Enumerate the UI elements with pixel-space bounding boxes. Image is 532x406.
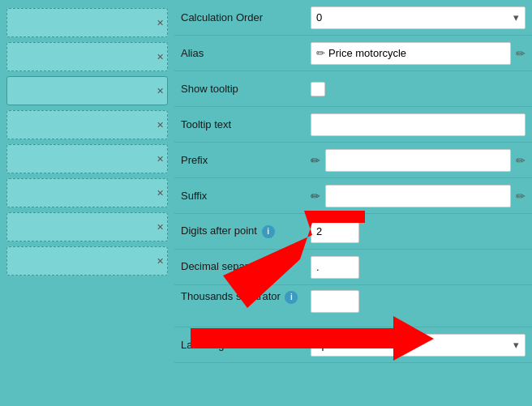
remove-item-button[interactable]: ✕ (157, 87, 164, 96)
list-item: ✕ (6, 76, 168, 105)
tooltip-text-control (311, 113, 526, 136)
right-panel: Calculation Order 0 ▾ Alias ✏ Price moto… (174, 0, 532, 363)
remove-item-button[interactable]: ✕ (157, 155, 164, 164)
list-item: ✕ (6, 178, 168, 207)
calculation-order-select[interactable]: 0 (311, 6, 526, 29)
calculation-order-control: 0 ▾ (311, 6, 526, 29)
remove-item-button[interactable]: ✕ (157, 189, 164, 198)
decimal-input[interactable] (311, 256, 359, 279)
info-icon[interactable]: i (271, 261, 284, 274)
thousands-label-text: Thousands separator i (181, 290, 311, 304)
prefix-input[interactable] (325, 149, 511, 172)
decimal-label-text: Decimal separator (181, 260, 267, 272)
digits-control (311, 220, 526, 243)
list-item: ✕ (6, 8, 168, 37)
info-icon[interactable]: i (285, 291, 298, 304)
thousands-row: Thousands separator i (174, 285, 532, 327)
label-tag-select[interactable]: span (311, 334, 526, 357)
alias-row: Alias ✏ Price motorcycle ✏ (174, 36, 532, 71)
tooltip-text-label: Tooltip text (181, 118, 311, 130)
list-item: ✕ (6, 212, 168, 241)
tooltip-text-row: Tooltip text (174, 107, 532, 143)
thousands-label: Thousands separator i (181, 290, 311, 304)
edit-icon[interactable]: ✏ (516, 47, 526, 60)
decimal-control (311, 256, 526, 279)
digits-input[interactable] (311, 220, 359, 243)
remove-item-button[interactable]: ✕ (157, 121, 164, 130)
list-item: ✕ (6, 110, 168, 139)
calculation-order-label: Calculation Order (181, 11, 311, 24)
show-tooltip-label: Show tooltip (181, 83, 311, 95)
tooltip-text-input[interactable] (311, 113, 526, 136)
remove-item-button[interactable]: ✕ (157, 223, 164, 232)
suffix-label: Suffix (181, 190, 311, 202)
calculation-order-row: Calculation Order 0 ▾ (174, 0, 532, 36)
prefix-control: ✏ ✏ (311, 149, 526, 172)
suffix-row: Suffix ✏ ✏ (174, 178, 532, 214)
suffix-control: ✏ ✏ (311, 185, 526, 207)
list-item: ✕ (6, 42, 168, 71)
prefix-label: Prefix (181, 154, 311, 166)
list-item: ✕ (6, 144, 168, 173)
remove-item-button[interactable]: ✕ (157, 257, 164, 266)
thousands-input[interactable] (311, 290, 359, 313)
alias-value-text: Price motorcycle (328, 47, 406, 59)
left-panel: ✕ ✕ ✕ ✕ ✕ ✕ ✕ ✕ (0, 0, 174, 406)
prefix-row: Prefix ✏ ✏ (174, 143, 532, 178)
decimal-label: Decimal separator i (181, 260, 311, 274)
remove-item-button[interactable]: ✕ (157, 53, 164, 62)
pencil-icon[interactable]: ✏ (316, 47, 325, 59)
pencil-icon[interactable]: ✏ (311, 190, 320, 203)
show-tooltip-control (311, 82, 526, 96)
digits-label-text: Digits after point (181, 224, 257, 237)
pencil-icon[interactable]: ✏ (311, 154, 320, 167)
edit-icon[interactable]: ✏ (516, 154, 526, 167)
alias-control: ✏ Price motorcycle ✏ (311, 42, 526, 65)
alias-value-container: ✏ Price motorcycle (311, 42, 511, 65)
list-item: ✕ (6, 246, 168, 276)
decimal-row: Decimal separator i (174, 250, 532, 285)
label-tag-control: span ▾ (311, 334, 526, 357)
alias-label: Alias (181, 47, 311, 59)
label-tag-row: Label tag: span ▾ (174, 327, 532, 363)
show-tooltip-checkbox[interactable] (311, 82, 325, 96)
digits-label: Digits after point i (181, 224, 311, 238)
right-panel-wrapper: Calculation Order 0 ▾ Alias ✏ Price moto… (174, 0, 532, 406)
edit-icon[interactable]: ✏ (516, 190, 526, 203)
remove-item-button[interactable]: ✕ (157, 19, 164, 28)
digits-row: Digits after point i (174, 214, 532, 250)
suffix-input[interactable] (325, 185, 511, 207)
thousands-control (311, 290, 526, 313)
show-tooltip-row: Show tooltip (174, 71, 532, 107)
label-tag-label: Label tag: (181, 339, 311, 351)
info-icon[interactable]: i (262, 225, 275, 238)
